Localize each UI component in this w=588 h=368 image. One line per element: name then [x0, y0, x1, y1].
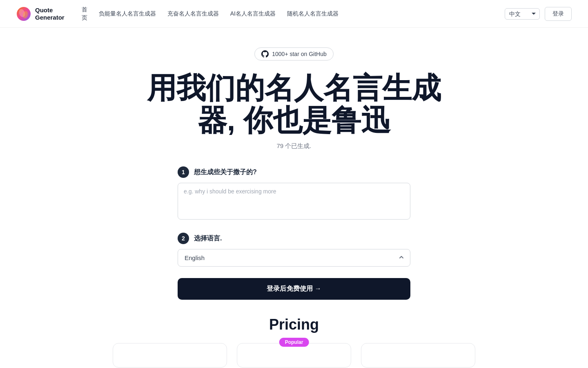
- hero-title: 用我们的名人名言生成器, 你也是鲁迅: [135, 72, 453, 137]
- step2-badge: 2: [178, 233, 189, 244]
- github-icon: [261, 50, 269, 58]
- nav-right: 中文 English 登录: [505, 7, 572, 21]
- step1-badge: 1: [178, 166, 189, 178]
- step2-row: 2 选择语言.: [178, 233, 410, 244]
- logo-icon: [16, 7, 31, 21]
- navbar: Quote Generator 首页 负能量名人名言生成器 充奋名人名言生成器 …: [0, 0, 588, 28]
- logo-text-line2: Generator: [35, 14, 65, 21]
- nav-item-positive[interactable]: 充奋名人名言生成器: [163, 7, 223, 20]
- logo-text-line1: Quote: [35, 7, 53, 13]
- main-content: 1000+ star on GitHub 用我们的名人名言生成器, 你也是鲁迅 …: [0, 28, 588, 368]
- github-badge-label: 1000+ star on GitHub: [272, 51, 326, 57]
- step2-label: 选择语言.: [194, 234, 222, 243]
- nav-links: 首页 负能量名人名言生成器 充奋名人名言生成器 AI名人名言生成器 随机名人名言…: [78, 3, 492, 24]
- logo[interactable]: Quote Generator: [16, 7, 65, 21]
- language-select[interactable]: English Chinese Japanese Spanish French: [178, 249, 410, 267]
- step1-label: 想生成些关于撒子的?: [194, 168, 257, 177]
- login-button[interactable]: 登录: [545, 7, 572, 21]
- nav-item-home[interactable]: 首页: [78, 3, 91, 24]
- pricing-card-1: [113, 343, 227, 368]
- pricing-card-2: Popular: [237, 343, 351, 368]
- step1-row: 1 想生成些关于撒子的?: [178, 166, 410, 178]
- nav-item-ai[interactable]: AI名人名言生成器: [226, 7, 280, 20]
- hero-subtitle: 79 个已生成.: [276, 142, 311, 150]
- language-switcher[interactable]: 中文 English: [505, 8, 540, 20]
- topic-input[interactable]: [178, 183, 410, 220]
- popular-badge: Popular: [279, 338, 309, 347]
- pricing-card-3: [361, 343, 475, 368]
- pricing-section: Pricing Popular: [8, 300, 580, 368]
- language-select-wrapper: English Chinese Japanese Spanish French: [178, 249, 410, 267]
- nav-item-random[interactable]: 随机名人名言生成器: [283, 7, 343, 20]
- pricing-title: Pricing: [269, 316, 319, 333]
- submit-button[interactable]: 登录后免费使用 →: [178, 278, 410, 300]
- form-container: 1 想生成些关于撒子的? 2 选择语言. English Chinese Jap…: [178, 166, 410, 300]
- github-badge[interactable]: 1000+ star on GitHub: [254, 47, 333, 61]
- pricing-cards: Popular: [110, 343, 478, 368]
- nav-item-negative[interactable]: 负能量名人名言生成器: [95, 7, 160, 20]
